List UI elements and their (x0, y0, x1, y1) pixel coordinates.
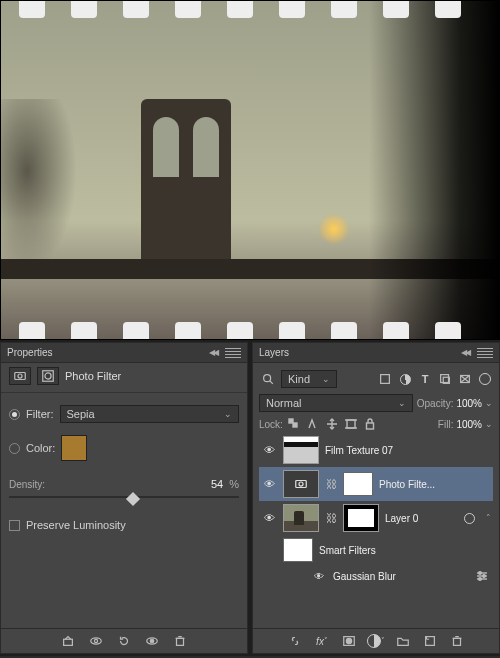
filter-mask-thumbnail[interactable] (283, 538, 313, 562)
color-radio[interactable] (9, 443, 20, 454)
filter-shape-icon[interactable] (437, 372, 453, 386)
svg-point-3 (45, 373, 51, 379)
new-adjustment-icon[interactable]: ˅ (367, 633, 385, 649)
sun-glow (319, 214, 349, 244)
reset-icon[interactable] (115, 633, 133, 649)
collapse-icon[interactable]: ◀◀ (461, 348, 469, 357)
blend-mode-select[interactable]: Normal⌄ (259, 394, 413, 412)
svg-rect-20 (347, 420, 355, 428)
fill-value[interactable]: 100% (456, 419, 482, 430)
search-icon[interactable] (259, 371, 277, 387)
new-layer-icon[interactable] (421, 633, 439, 649)
trash-icon[interactable] (171, 633, 189, 649)
density-unit: % (229, 478, 239, 490)
layer-row[interactable]: 👁 ⛓ Layer 0 ˄ (259, 501, 493, 535)
tree-silhouette (0, 99, 81, 279)
chevron-down-icon[interactable]: ⌄ (485, 419, 493, 429)
filter-toggle-icon[interactable] (477, 372, 493, 386)
properties-title: Properties (7, 347, 53, 358)
svg-point-12 (264, 375, 271, 382)
film-sprockets-bottom (1, 319, 499, 340)
visibility-icon[interactable]: 👁 (261, 512, 277, 524)
layer-mask-thumbnail[interactable] (343, 504, 379, 532)
filter-settings-icon[interactable] (473, 568, 491, 584)
density-value[interactable]: 54 (195, 478, 223, 490)
filter-label: Filter: (26, 408, 54, 420)
lock-label: Lock: (259, 419, 283, 430)
adjustment-icon (9, 367, 31, 385)
chevron-down-icon[interactable]: ⌄ (485, 398, 493, 408)
filter-kind-select[interactable]: Kind⌄ (281, 370, 337, 388)
clip-to-layer-icon[interactable] (59, 633, 77, 649)
layer-style-icon[interactable]: fx˅ (313, 633, 331, 649)
visibility-icon[interactable]: 👁 (261, 478, 277, 490)
filter-select[interactable]: Sepia ⌄ (60, 405, 240, 423)
link-layers-icon[interactable] (286, 633, 304, 649)
svg-rect-23 (366, 423, 373, 429)
visibility-icon[interactable]: 👁 (261, 444, 277, 456)
film-vignette (369, 1, 499, 339)
lock-transparency-icon[interactable] (286, 417, 302, 431)
layers-panel: Layers ◀◀ Kind⌄ T (252, 342, 500, 654)
svg-point-6 (94, 639, 97, 642)
density-label: Density: (9, 479, 45, 490)
layer-row[interactable]: 👁 Film Texture 07 (259, 433, 493, 467)
panel-menu-icon[interactable] (225, 348, 241, 358)
svg-point-8 (150, 639, 154, 643)
chevron-icon[interactable]: ˄ (486, 513, 491, 523)
layer-name[interactable]: Photo Filte... (379, 479, 435, 490)
chevron-down-icon: ⌄ (224, 409, 232, 419)
svg-point-25 (299, 482, 303, 486)
lock-position-icon[interactable] (324, 417, 340, 431)
filter-pixel-icon[interactable] (377, 372, 393, 386)
svg-point-1 (18, 374, 22, 378)
lock-image-icon[interactable] (305, 417, 321, 431)
layer-thumbnail[interactable] (283, 436, 319, 464)
layers-title: Layers (259, 347, 289, 358)
collapse-icon[interactable]: ◀◀ (209, 348, 217, 357)
smart-filter-item[interactable]: 👁 Gaussian Blur (309, 565, 493, 587)
new-group-icon[interactable] (394, 633, 412, 649)
filter-type-icon[interactable]: T (417, 372, 433, 386)
color-swatch[interactable] (61, 435, 87, 461)
trash-icon[interactable] (448, 633, 466, 649)
link-mask-icon[interactable]: ⛓ (325, 512, 337, 524)
opacity-value[interactable]: 100% (456, 398, 482, 409)
filter-adjustment-icon[interactable] (397, 372, 413, 386)
svg-rect-14 (381, 375, 390, 384)
toggle-visibility-icon[interactable] (143, 633, 161, 649)
smart-filter-expand-icon[interactable] (460, 510, 478, 526)
layer-name[interactable]: Smart Filters (319, 545, 376, 556)
color-label: Color: (26, 442, 55, 454)
layer-mask-thumbnail[interactable] (343, 472, 373, 496)
preserve-luminosity-label: Preserve Luminosity (26, 519, 126, 531)
bridge-tower (141, 99, 231, 279)
filter-value: Sepia (67, 408, 95, 420)
view-previous-icon[interactable] (87, 633, 105, 649)
layer-name[interactable]: Film Texture 07 (325, 445, 393, 456)
lock-artboard-icon[interactable] (343, 417, 359, 431)
document-canvas[interactable] (0, 0, 500, 340)
link-mask-icon[interactable]: ⛓ (325, 478, 337, 490)
density-slider[interactable] (9, 490, 239, 504)
fill-label: Fill: (438, 419, 454, 430)
layer-thumbnail[interactable] (283, 470, 319, 498)
layer-name[interactable]: Gaussian Blur (333, 571, 396, 582)
opacity-label: Opacity: (417, 398, 454, 409)
svg-line-13 (270, 381, 273, 384)
lock-all-icon[interactable] (362, 417, 378, 431)
svg-rect-4 (64, 639, 73, 645)
adjustment-title: Photo Filter (65, 370, 121, 382)
add-mask-icon[interactable] (340, 633, 358, 649)
layer-name[interactable]: Layer 0 (385, 513, 418, 524)
svg-point-29 (479, 572, 482, 575)
smart-filters-row[interactable]: Smart Filters (281, 535, 493, 565)
layer-row[interactable]: 👁 ⛓ Photo Filte... (259, 467, 493, 501)
filter-radio[interactable] (9, 409, 20, 420)
svg-point-31 (479, 578, 482, 581)
panel-menu-icon[interactable] (477, 348, 493, 358)
layer-thumbnail[interactable] (283, 504, 319, 532)
visibility-icon[interactable]: 👁 (311, 571, 327, 582)
filter-smartobject-icon[interactable] (457, 372, 473, 386)
preserve-luminosity-checkbox[interactable] (9, 520, 20, 531)
